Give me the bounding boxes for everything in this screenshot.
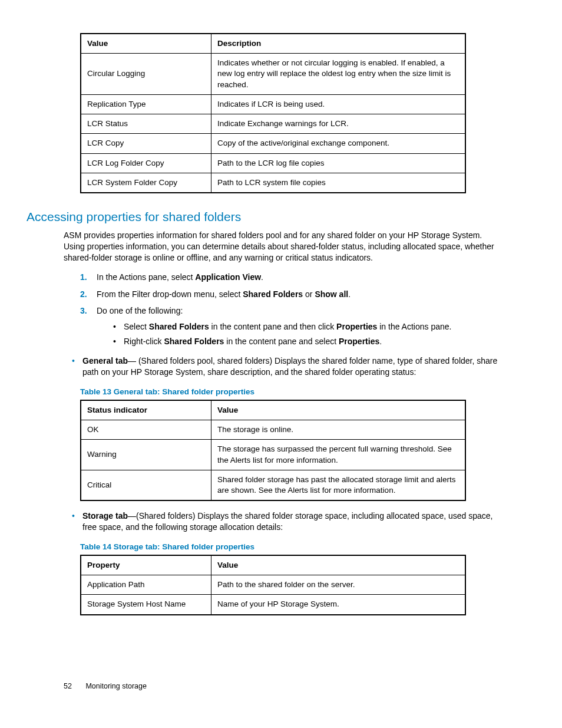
cell-desc: Indicate Exchange warnings for LCR. <box>211 114 466 134</box>
b2-bold-2: Properties <box>339 337 379 346</box>
steps-list: In the Actions pane, select Application … <box>64 272 498 347</box>
general-tab-item: General tab— (Shared folders pool, share… <box>72 355 498 378</box>
b1-bold-1: Shared Folders <box>149 322 209 331</box>
general-tab-list: General tab— (Shared folders pool, share… <box>64 355 498 378</box>
step1-bold: Application View <box>195 272 261 282</box>
t14-head-value: Value <box>211 555 466 575</box>
step3-sublist: Select Shared Folders in the content pan… <box>97 321 498 347</box>
step-2: From the Filter drop-down menu, select S… <box>80 289 498 300</box>
cell-value: Circular Logging <box>81 54 211 95</box>
table-value-description: Value Description Circular Logging Indic… <box>80 33 466 193</box>
cell-value: LCR Status <box>81 114 211 134</box>
step2-bold-2: Show all <box>315 289 348 299</box>
cell-value: LCR Copy <box>81 134 211 153</box>
table-row: Warning The storage has surpassed the pe… <box>81 440 465 470</box>
b2-c: in the content pane and select <box>224 337 339 346</box>
cell-value: Replication Type <box>81 94 211 114</box>
cell-desc: Path to the LCR log file copies <box>211 153 466 173</box>
storage-tab-label: Storage tab <box>82 511 128 521</box>
t14-head-property: Property <box>81 555 211 575</box>
step-1: In the Actions pane, select Application … <box>80 272 498 283</box>
storage-tab-item: Storage tab—(Shared folders) Displays th… <box>72 510 498 533</box>
cell-desc: Path to LCR system file copies <box>211 173 466 193</box>
step3-bullet-2: Right-click Shared Folders in the conten… <box>113 336 498 347</box>
table1-head-value: Value <box>81 34 211 54</box>
step2-text-a: From the Filter drop-down menu, select <box>97 289 243 299</box>
table-14: Property Value Application Path Path to … <box>80 555 466 615</box>
table14-caption: Table 14 Storage tab: Shared folder prop… <box>80 542 498 551</box>
section-heading: Accessing properties for shared folders <box>27 210 498 224</box>
b1-a: Select <box>124 322 149 331</box>
t13-head-status: Status indicator <box>81 400 211 420</box>
page-number: 52 <box>64 682 72 690</box>
cell-value: LCR Log Folder Copy <box>81 153 211 173</box>
footer-section: Monitoring storage <box>85 682 147 690</box>
b2-e: . <box>379 337 382 346</box>
cell-desc: Indicates whether or not circular loggin… <box>211 54 466 95</box>
cell-value: The storage is online. <box>211 420 466 440</box>
table-row: Circular Logging Indicates whether or no… <box>81 54 465 95</box>
table-row: OK The storage is online. <box>81 420 465 440</box>
b2-bold-1: Shared Folders <box>164 337 224 346</box>
b2-a: Right-click <box>124 337 164 346</box>
table-row: Application Path Path to the shared fold… <box>81 575 465 595</box>
general-tab-text: — (Shared folders pool, shared folders) … <box>82 356 497 377</box>
storage-tab-text: —(Shared folders) Displays the shared fo… <box>82 511 492 532</box>
cell-desc: Indicates if LCR is being used. <box>211 94 466 114</box>
cell-value: Name of your HP Storage System. <box>211 595 466 615</box>
table-row: LCR Copy Copy of the active/original exc… <box>81 134 465 153</box>
step2-text-c: or <box>303 289 315 299</box>
step2-bold-1: Shared Folders <box>243 289 303 299</box>
cell-value: Path to the shared folder on the server. <box>211 575 466 595</box>
cell-status: Critical <box>81 470 211 500</box>
page: Value Description Circular Logging Indic… <box>0 0 562 728</box>
cell-desc: Copy of the active/original exchange com… <box>211 134 466 153</box>
cell-property: Application Path <box>81 575 211 595</box>
table-row: Storage System Host Name Name of your HP… <box>81 595 465 615</box>
t13-head-value: Value <box>211 400 466 420</box>
table-row: Replication Type Indicates if LCR is bei… <box>81 94 465 114</box>
b1-e: in the Actions pane. <box>377 322 451 331</box>
table-row: LCR Status Indicate Exchange warnings fo… <box>81 114 465 134</box>
general-tab-label: General tab <box>82 356 128 365</box>
table-13: Status indicator Value OK The storage is… <box>80 400 466 501</box>
step3-text: Do one of the following: <box>97 306 183 315</box>
table1-head-description: Description <box>211 34 466 54</box>
cell-value: The storage has surpassed the percent fu… <box>211 440 466 470</box>
b1-bold-2: Properties <box>336 322 377 331</box>
step3-bullet-1: Select Shared Folders in the content pan… <box>113 321 498 332</box>
table-row: Critical Shared folder storage has past … <box>81 470 465 500</box>
storage-tab-list: Storage tab—(Shared folders) Displays th… <box>64 510 498 533</box>
page-footer: 52 Monitoring storage <box>64 682 147 690</box>
table-row: LCR System Folder Copy Path to LCR syste… <box>81 173 465 193</box>
cell-status: OK <box>81 420 211 440</box>
step2-text-e: . <box>348 289 351 299</box>
table13-caption: Table 13 General tab: Shared folder prop… <box>80 387 498 396</box>
cell-status: Warning <box>81 440 211 470</box>
table-row: LCR Log Folder Copy Path to the LCR log … <box>81 153 465 173</box>
step-3: Do one of the following: Select Shared F… <box>80 305 498 347</box>
step1-text-a: In the Actions pane, select <box>97 272 195 282</box>
b1-c: in the content pane and then click <box>209 322 336 331</box>
step1-text-c: . <box>261 272 263 282</box>
cell-property: Storage System Host Name <box>81 595 211 615</box>
cell-value: LCR System Folder Copy <box>81 173 211 193</box>
cell-value: Shared folder storage has past the alloc… <box>211 470 466 500</box>
intro-paragraph: ASM provides properties information for … <box>64 230 498 263</box>
